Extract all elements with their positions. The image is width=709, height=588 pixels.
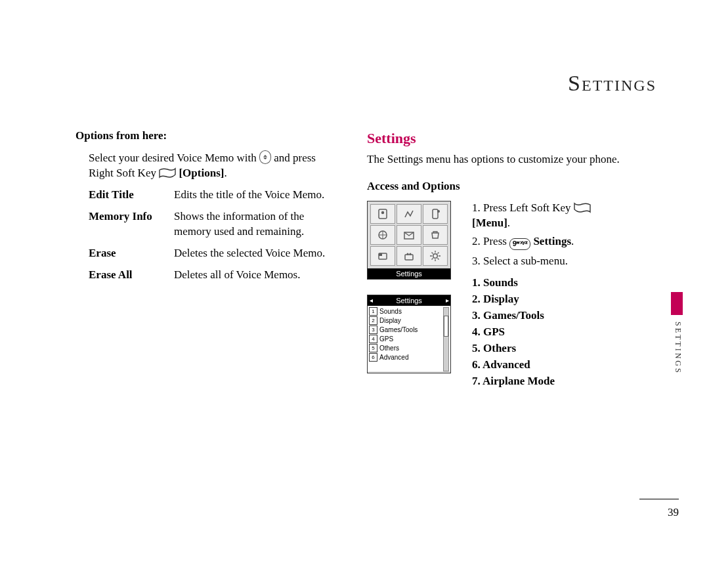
menu-label: [Menu]	[472, 217, 507, 229]
list-item: 2Display	[369, 316, 449, 326]
list-item: 5Others	[369, 344, 449, 353]
nav-updown-icon	[259, 150, 271, 164]
phone-screenshot-settingslist: ◂ Settings ▸ 1Sounds 2Display 3Games/Too…	[367, 295, 451, 373]
access-steps: Settings ◂ Settings ▸ 1Sounds 2Display 3…	[367, 201, 626, 389]
menu-cell-icon	[423, 204, 448, 224]
menu-cell-icon	[370, 225, 395, 245]
step-1: 1. Press Left Soft Key [Menu].	[472, 201, 626, 231]
scrollbar-track	[443, 307, 449, 371]
intro-text-c: .	[224, 167, 226, 179]
def-desc: Shows the information of the memory used…	[174, 209, 335, 240]
phone-screenshot-mainmenu: Settings	[367, 201, 451, 280]
chapter-title: Settings	[568, 71, 656, 96]
settings-description: The Settings menu has options to customi…	[367, 152, 626, 167]
def-term: Erase	[89, 246, 174, 261]
def-desc: Deletes all of Voice Memos.	[174, 268, 335, 283]
right-arrow-icon: ▸	[444, 295, 450, 306]
page-number-rule	[639, 499, 679, 499]
submenu-item: 6. Advanced	[472, 358, 626, 373]
side-section-label: SETTINGS	[673, 322, 683, 375]
menu-cell-icon	[370, 204, 395, 224]
menu-cell-icon	[423, 246, 448, 266]
intro-text-a: Select your desired Voice Memo with	[89, 152, 259, 164]
def-desc: Deletes the selected Voice Memo.	[174, 246, 335, 261]
options-label: [Options]	[179, 167, 224, 179]
def-row: Erase All Deletes all of Voice Memos.	[89, 268, 335, 283]
options-from-here-heading: Options from here:	[75, 129, 335, 144]
step-2: 2. Press 9ʷˣʸᶻ Settings.	[472, 234, 626, 250]
list-item: 6Advanced	[369, 353, 449, 362]
left-column: Options from here: Select your desired V…	[75, 129, 335, 289]
menu-cell-icon	[370, 246, 395, 266]
submenu-item: 5. Others	[472, 341, 626, 356]
svg-point-3	[437, 210, 440, 213]
step1-text-a: 1. Press Left Soft Key	[472, 201, 574, 214]
list-item: 4GPS	[369, 335, 449, 344]
svg-point-10	[410, 253, 412, 255]
settings-heading: Settings	[367, 129, 626, 148]
def-term: Edit Title	[89, 188, 174, 203]
manual-page: Settings Options from here: Select your …	[0, 0, 709, 588]
def-term: Memory Info	[89, 209, 174, 240]
screenshot-footer: Settings	[368, 268, 450, 279]
def-row: Erase Deletes the selected Voice Memo.	[89, 246, 335, 261]
def-term: Erase All	[89, 268, 174, 283]
submenu-item: 2. Display	[472, 292, 626, 307]
step2-text-a: 2. Press	[472, 235, 509, 247]
svg-rect-2	[433, 209, 438, 219]
left-arrow-icon: ◂	[368, 295, 374, 306]
access-options-heading: Access and Options	[367, 179, 626, 194]
step-3: 3. Select a sub-menu.	[472, 254, 626, 269]
svg-rect-8	[405, 255, 413, 260]
side-tab-marker	[671, 292, 683, 315]
submenu-item: 4. GPS	[472, 325, 626, 340]
option-definitions: Edit Title Edits the title of the Voice …	[75, 188, 335, 283]
submenu-item: 3. Games/Tools	[472, 308, 626, 324]
menu-cell-icon	[397, 225, 421, 245]
def-row: Edit Title Edits the title of the Voice …	[89, 188, 335, 203]
menu-cell-icon	[397, 204, 421, 224]
key-9-icon: 9ʷˣʸᶻ	[509, 238, 530, 250]
submenu-list: 1. Sounds 2. Display 3. Games/Tools 4. G…	[472, 276, 626, 389]
left-soft-key-icon	[574, 202, 591, 214]
def-row: Memory Info Shows the information of the…	[89, 209, 335, 240]
svg-point-11	[433, 253, 438, 258]
right-soft-key-icon	[159, 167, 176, 179]
settings-label: Settings	[533, 235, 571, 247]
svg-point-9	[407, 253, 409, 255]
scrollbar-thumb	[444, 316, 448, 337]
menu-cell-icon	[397, 246, 421, 266]
submenu-item: 1. Sounds	[472, 276, 626, 291]
def-desc: Edits the title of the Voice Memo.	[174, 188, 335, 203]
voice-memo-intro: Select your desired Voice Memo with and …	[75, 150, 335, 181]
menu-cell-icon	[423, 225, 448, 245]
svg-rect-7	[379, 253, 382, 256]
right-column: Settings The Settings menu has options t…	[367, 129, 626, 390]
list-item: 3Games/Tools	[369, 326, 449, 335]
submenu-item: 7. Airplane Mode	[472, 374, 626, 389]
list-item: 1Sounds	[369, 307, 449, 316]
svg-point-1	[381, 211, 384, 213]
screenshot-header: Settings	[368, 295, 450, 306]
page-number: 39	[668, 506, 679, 519]
